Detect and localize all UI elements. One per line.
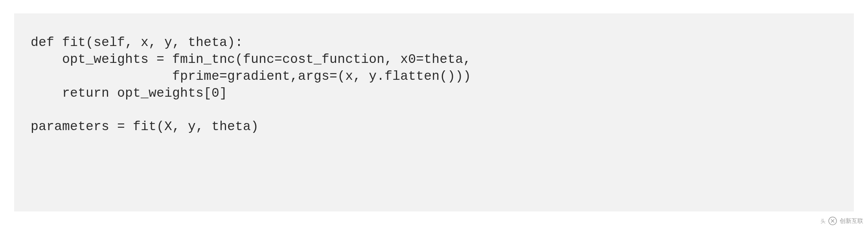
- logo-icon: [828, 216, 837, 226]
- code-line-3: fprime=gradient,args=(x, y.flatten())): [31, 69, 471, 84]
- code-line-4: return opt_weights[0]: [31, 86, 227, 101]
- code-line-2: opt_weights = fmin_tnc(func=cost_functio…: [31, 52, 471, 67]
- watermark: 创新互联: [828, 216, 863, 226]
- code-line-6: parameters = fit(X, y, theta): [31, 120, 259, 134]
- code-line-1: def fit(self, x, y, theta):: [31, 35, 243, 50]
- watermark-text: 创新互联: [840, 217, 863, 225]
- corner-mark: 头: [820, 218, 826, 225]
- code-block: def fit(self, x, y, theta): opt_weights …: [14, 13, 854, 211]
